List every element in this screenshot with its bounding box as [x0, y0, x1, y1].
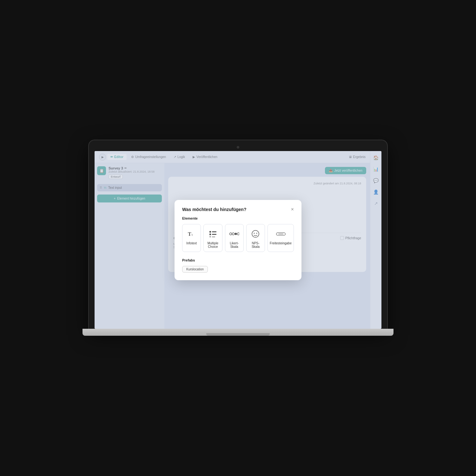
element-likert-skala[interactable]: Likert-Skala: [225, 224, 244, 252]
freitext-icon: [276, 229, 286, 239]
modal-dialog: Was möchtest du hinzufügen? × Elemente T: [175, 200, 301, 280]
element-multiple-choice[interactable]: Multiple Choice: [203, 224, 222, 252]
element-freitesteingabe[interactable]: Freitesteingabe: [268, 224, 294, 252]
laptop-base: [83, 329, 393, 336]
svg-point-11: [237, 233, 240, 235]
infotext-icon: T t: [187, 229, 197, 239]
svg-point-10: [235, 233, 237, 235]
app-container: ▶ ✏ Editor ⚙ Umfrageeinstellungen ↗ Logi…: [95, 151, 381, 329]
likert-icon: [229, 229, 239, 239]
svg-rect-2: [209, 231, 211, 233]
freitext-label: Freitesteingabe: [270, 241, 292, 245]
laptop-camera: [237, 146, 239, 149]
svg-point-9: [232, 233, 235, 235]
modal-header: Was möchtest du hinzufügen? ×: [182, 207, 294, 212]
laptop-screen: ▶ ✏ Editor ⚙ Umfrageeinstellungen ↗ Logi…: [95, 151, 381, 329]
svg-rect-7: [212, 236, 215, 237]
multiple-choice-label: Multiple Choice: [206, 241, 220, 248]
nps-icon: [250, 229, 261, 239]
element-nps-skala[interactable]: NPS-Skala: [246, 224, 265, 252]
modal-section-elements-label: Elemente: [182, 216, 294, 220]
prefabs-section: Prefabs Kurslocation: [182, 258, 294, 273]
svg-rect-6: [209, 236, 211, 237]
svg-rect-5: [212, 234, 216, 235]
svg-point-12: [252, 230, 259, 237]
likert-label: Likert-Skala: [227, 241, 241, 248]
svg-rect-4: [209, 234, 211, 235]
elements-grid: T t Infotext: [182, 224, 294, 252]
svg-rect-3: [212, 231, 216, 232]
infotext-label: Infotext: [186, 241, 197, 245]
svg-point-14: [256, 233, 257, 234]
modal-title: Was möchtest du hinzufügen?: [182, 207, 246, 212]
svg-point-13: [254, 233, 255, 234]
prefab-kurslocation[interactable]: Kurslocation: [182, 266, 208, 273]
modal-overlay[interactable]: Was möchtest du hinzufügen? × Elemente T: [95, 151, 381, 329]
multiple-choice-icon: [208, 229, 218, 239]
svg-text:t: t: [192, 233, 193, 236]
modal-close-button[interactable]: ×: [291, 207, 294, 212]
modal-section-prefabs-label: Prefabs: [182, 258, 294, 262]
element-infotext[interactable]: T t Infotext: [182, 224, 201, 252]
nps-label: NPS-Skala: [248, 241, 263, 248]
svg-text:T: T: [188, 231, 191, 237]
svg-point-8: [230, 233, 232, 235]
